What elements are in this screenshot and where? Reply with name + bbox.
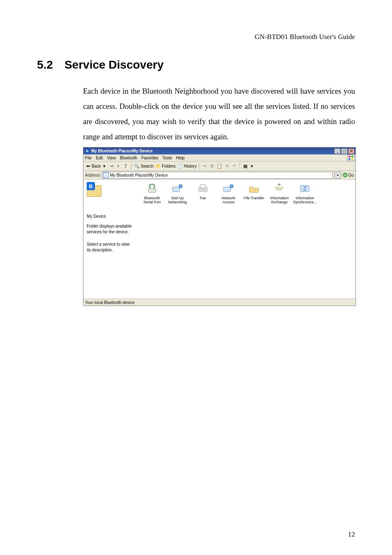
minimize-button[interactable]: _ [334, 148, 341, 154]
search-icon: 🔍 [134, 163, 140, 169]
section-heading: 5.2Service Discovery [37, 58, 355, 71]
section-number: 5.2 [37, 58, 53, 71]
svg-rect-5 [173, 187, 180, 191]
dialup-icon [171, 183, 184, 194]
chevron-down-icon: ▾ [101, 163, 107, 169]
menu-file[interactable]: File [85, 156, 92, 160]
menu-help[interactable]: Help [176, 156, 185, 160]
svg-rect-10 [224, 187, 231, 191]
address-value: My Bluetooth Places\My Device [110, 173, 168, 177]
delete-button[interactable]: ✕ [224, 163, 230, 169]
menu-tools[interactable]: Tools [162, 156, 172, 160]
up-button[interactable]: ⤴ [123, 163, 129, 169]
service-file-transfer[interactable]: File Transfer [241, 183, 267, 200]
serial-port-icon [145, 183, 159, 194]
cut-button[interactable]: ✂ [202, 163, 208, 169]
forward-button[interactable]: ➡▾ [109, 163, 121, 169]
cut-icon: ✂ [202, 163, 208, 169]
address-bar: Address My Bluetooth Places\My Device ▾ … [83, 171, 355, 180]
address-dropdown[interactable]: ▾ [334, 172, 341, 179]
services-area: Bluetooth Serial Port Dial-Up Networking… [138, 180, 355, 299]
left-info-panel: B My Device Folder displays available se… [83, 180, 138, 299]
back-arrow-icon: ⬅ [85, 163, 91, 169]
service-info-sync[interactable]: Information Synchroniza... [292, 183, 318, 205]
page-number: 12 [348, 530, 355, 539]
svg-rect-9 [200, 189, 206, 190]
location-icon [103, 172, 109, 178]
titlebar[interactable]: B My Bluetooth Places\My Device _ ▢ ✕ [83, 147, 355, 154]
maximize-button[interactable]: ▢ [341, 148, 348, 154]
section-body: Each device in the Bluetooth Neighborhoo… [83, 84, 355, 145]
menu-bluetooth[interactable]: Bluetooth [120, 156, 137, 160]
menubar: File Edit View Bluetooth Favorites Tools… [83, 154, 355, 161]
copy-icon: ⧉ [209, 163, 215, 169]
explorer-window: B My Bluetooth Places\My Device _ ▢ ✕ Fi… [83, 147, 356, 306]
service-network-access[interactable]: Network Access [216, 183, 241, 205]
svg-rect-3 [351, 158, 353, 160]
undo-button[interactable]: ↶ [231, 163, 237, 169]
up-icon: ⤴ [123, 163, 129, 169]
chevron-down-icon: ▾ [115, 163, 121, 169]
views-icon: ▦ [242, 163, 248, 169]
client-area: B My Device Folder displays available se… [83, 180, 355, 299]
status-bar: Your local Bluetooth device [83, 299, 355, 306]
go-arrow-icon: ➜ [343, 173, 348, 177]
panel-description: Folder displays available services for t… [87, 223, 134, 235]
page-header: GN-BTD01 Bluetooth User's Guide [37, 33, 355, 41]
section-title: Service Discovery [65, 58, 164, 71]
status-text: Your local Bluetooth device [85, 300, 134, 305]
copy-button[interactable]: ⧉ [209, 163, 215, 169]
menu-favorites[interactable]: Favorites [141, 156, 158, 160]
device-name: My Device [87, 214, 134, 219]
history-icon: 🕘 [177, 163, 183, 169]
info-sync-icon [298, 183, 311, 194]
bluetooth-icon: B [85, 149, 90, 153]
toolbar: ⬅Back▾ ➡▾ ⤴ 🔍Search 📁Folders 🕘History ✂ … [83, 161, 355, 171]
svg-rect-2 [348, 158, 350, 160]
folders-icon: 📁 [155, 163, 161, 169]
forward-arrow-icon: ➡ [109, 163, 115, 169]
menu-edit[interactable]: Edit [96, 156, 103, 160]
window-title: My Bluetooth Places\My Device [91, 149, 153, 153]
device-large-icon: B [87, 182, 106, 198]
chevron-down-icon: ▾ [249, 163, 255, 169]
svg-rect-4 [148, 189, 156, 192]
paste-icon: 📋 [217, 163, 222, 169]
info-exchange-icon [273, 183, 286, 194]
go-button[interactable]: ➜ Go [343, 173, 354, 177]
history-button[interactable]: 🕘History [177, 163, 196, 169]
service-dialup[interactable]: Dial-Up Networking [165, 183, 190, 205]
back-button[interactable]: ⬅Back▾ [85, 163, 107, 169]
undo-icon: ↶ [231, 163, 237, 169]
network-access-icon [222, 183, 235, 194]
svg-rect-0 [348, 156, 350, 157]
service-info-exchange[interactable]: Information Exchange [267, 183, 292, 205]
search-button[interactable]: 🔍Search [134, 163, 154, 169]
file-transfer-icon [247, 183, 261, 194]
svg-rect-8 [201, 185, 206, 188]
folders-button[interactable]: 📁Folders [155, 163, 175, 169]
windows-logo-icon [347, 154, 355, 161]
service-serial-port[interactable]: Bluetooth Serial Port [139, 183, 165, 205]
paste-button[interactable]: 📋 [217, 163, 222, 169]
menu-view[interactable]: View [107, 156, 116, 160]
address-label: Address [85, 173, 100, 177]
fax-icon [196, 183, 210, 194]
address-input[interactable]: My Bluetooth Places\My Device [102, 172, 333, 179]
delete-icon: ✕ [224, 163, 230, 169]
service-fax[interactable]: Fax [190, 183, 216, 200]
svg-rect-1 [351, 156, 353, 157]
views-button[interactable]: ▦▾ [242, 163, 255, 169]
panel-hint: Select a service to view its description… [87, 242, 134, 253]
close-button[interactable]: ✕ [348, 148, 355, 154]
